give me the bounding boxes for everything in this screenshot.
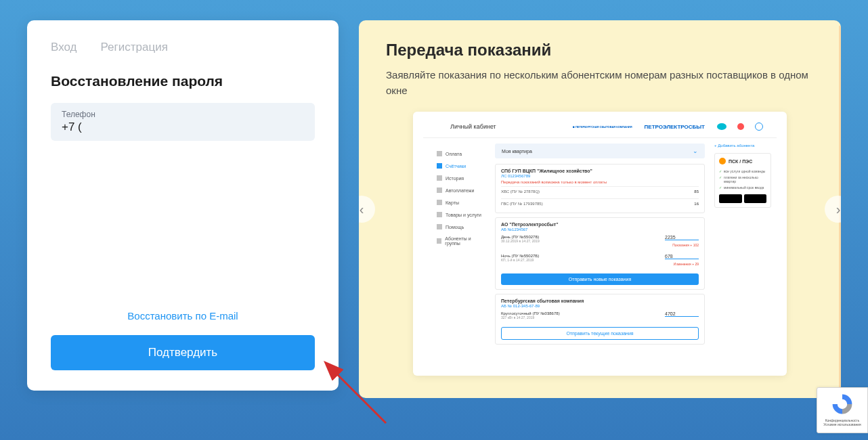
- preview-send-button: Отправить новые показания: [501, 273, 699, 285]
- app-store-badge: [719, 194, 742, 203]
- promo-card: ‹ › Передача показаний Заявляйте показан…: [359, 20, 841, 398]
- preview-brand-logos: ■ ПЕТЕРБУРГСКАЯ СБЫТОВАЯ КОМПАНИЯ ПЕТРОЭ…: [572, 123, 763, 131]
- notification-icon: [737, 123, 744, 130]
- carousel-prev-button[interactable]: ‹: [359, 196, 375, 223]
- user-icon: [755, 123, 763, 131]
- tab-register[interactable]: Регистрация: [100, 41, 167, 54]
- app-preview-screenshot: Личный кабинет ■ ПЕТЕРБУРГСКАЯ СБЫТОВАЯ …: [413, 112, 787, 376]
- preview-send-outline-button: Отправить текущие показания: [501, 327, 699, 340]
- preview-supplier-block: АО "Петроэлектросбыт" АБ №1234567 2235 Д…: [495, 217, 705, 290]
- google-play-badge: [744, 194, 767, 203]
- preview-right-column: + Добавить абонента ПСК / ПЭС ✓все услуг…: [709, 144, 777, 349]
- preview-sidebar: Оплата Счётчики История Автоплатежи Карт…: [423, 144, 491, 349]
- eye-icon: [717, 123, 726, 130]
- preview-add-subscriber: + Добавить абонента: [714, 144, 771, 148]
- preview-header: Личный кабинет ■ ПЕТЕРБУРГСКАЯ СБЫТОВАЯ …: [423, 118, 777, 138]
- preview-cabinet-title: Личный кабинет: [450, 123, 496, 130]
- preview-apartment-dropdown: Моя квартира⌄: [495, 144, 705, 158]
- preview-main: Моя квартира⌄ СПб ГУП ВЦКП "Жилищное хоз…: [491, 144, 709, 349]
- recaptcha-badge[interactable]: Конфиденциальность Условия использования: [817, 387, 868, 433]
- sidebar-item: Помощь: [437, 221, 484, 233]
- promo-description: Заявляйте показания по нескольким абонен…: [386, 68, 814, 98]
- sidebar-item: История: [437, 172, 484, 184]
- phone-input-group[interactable]: Телефон +7 (: [51, 103, 315, 141]
- sidebar-item: Товары и услуги: [437, 208, 484, 221]
- carousel-next-button[interactable]: ›: [825, 196, 841, 223]
- brand-logo-pes: ПЕТРОЭЛЕКТРОСБЫТ: [645, 124, 705, 130]
- sidebar-item: Счётчики: [437, 160, 484, 172]
- chevron-down-icon: ⌄: [693, 148, 698, 154]
- sidebar-item: Автоплатежи: [437, 184, 484, 196]
- sidebar-item: Карты: [437, 196, 484, 208]
- phone-label: Телефон: [62, 110, 304, 119]
- brand-dot-icon: [719, 158, 726, 164]
- sidebar-item: Абоненты и группы: [437, 233, 484, 249]
- password-recovery-card: Вход Регистрация Восстановление пароля Т…: [27, 20, 339, 391]
- preview-supplier-block: СПб ГУП ВЦКП "Жилищное хозяйство" ЛС 012…: [495, 164, 705, 213]
- brand-logo-psk: ■ ПЕТЕРБУРГСКАЯ СБЫТОВАЯ КОМПАНИЯ: [572, 125, 632, 129]
- preview-supplier-block: Петербургская сбытовая компания АБ № 012…: [495, 294, 705, 345]
- sidebar-item: Оплата: [437, 148, 484, 160]
- auth-tabs: Вход Регистрация: [51, 41, 315, 54]
- confirm-button[interactable]: Подтвердить: [51, 335, 315, 370]
- recaptcha-terms-text: Условия использования: [821, 422, 863, 426]
- preview-promo-box: ПСК / ПЭС ✓все услуги одной команды ✓пла…: [714, 153, 771, 208]
- form-title: Восстановление пароля: [51, 73, 315, 89]
- tab-login[interactable]: Вход: [51, 41, 77, 54]
- recover-by-email-link[interactable]: Восстановить по E-mail: [51, 310, 315, 322]
- promo-title: Передача показаний: [386, 41, 814, 60]
- recaptcha-icon: [830, 392, 854, 416]
- phone-field[interactable]: +7 (: [62, 120, 304, 134]
